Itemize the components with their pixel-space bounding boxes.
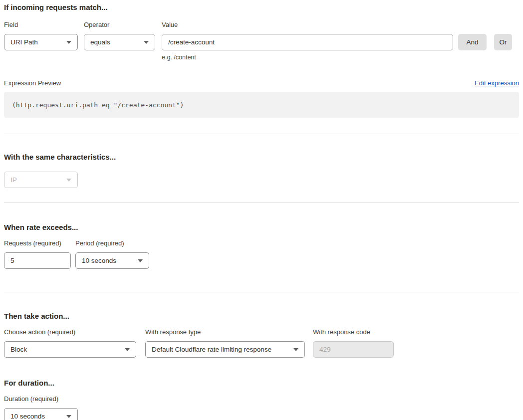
period-column: Period (required) 10 seconds <box>75 240 149 269</box>
duration-label: Duration (required) <box>4 396 78 403</box>
choose-action-label: Choose action (required) <box>4 329 136 336</box>
duration-dropdown-value: 10 seconds <box>10 413 45 420</box>
expression-preview-label: Expression Preview <box>4 79 61 87</box>
choose-action-column: Choose action (required) Block <box>4 329 136 358</box>
response-code-input <box>313 341 394 358</box>
value-input[interactable] <box>162 34 453 50</box>
or-button[interactable]: Or <box>494 34 512 50</box>
characteristic-dropdown: IP <box>4 172 78 188</box>
chevron-down-icon <box>293 348 298 351</box>
chevron-down-icon <box>66 415 71 418</box>
choose-action-dropdown-value: Block <box>10 346 27 353</box>
operator-label: Operator <box>84 21 155 28</box>
section-heading-rate: When rate exceeds... <box>4 223 519 232</box>
field-column: Field URI Path <box>4 21 78 50</box>
and-button[interactable]: And <box>458 34 487 50</box>
period-dropdown[interactable]: 10 seconds <box>75 252 149 269</box>
section-same-characteristics: With the same characteristics... IP <box>4 153 519 188</box>
period-dropdown-value: 10 seconds <box>82 257 116 264</box>
operator-dropdown-value: equals <box>90 38 110 46</box>
field-label: Field <box>4 21 78 28</box>
section-incoming-requests-match: If incoming requests match... Field URI … <box>4 3 519 118</box>
requests-label: Requests (required) <box>4 240 71 247</box>
section-divider <box>4 203 519 203</box>
response-type-column: With response type Default Cloudflare ra… <box>145 329 305 358</box>
response-code-column: With response code <box>313 329 394 358</box>
expression-preview-code: (http.request.uri.path eq "/create-accou… <box>4 92 519 118</box>
response-type-dropdown[interactable]: Default Cloudflare rate limiting respons… <box>145 341 305 358</box>
field-dropdown[interactable]: URI Path <box>4 34 78 50</box>
operator-dropdown[interactable]: equals <box>84 34 155 50</box>
rate-limiting-rule-form: If incoming requests match... Field URI … <box>0 0 523 420</box>
chevron-down-icon <box>125 348 130 351</box>
section-rate-exceeds: When rate exceeds... Requests (required)… <box>4 223 519 269</box>
choose-action-dropdown[interactable]: Block <box>4 341 136 358</box>
rate-row: Requests (required) Period (required) 10… <box>4 240 519 269</box>
section-heading-characteristics: With the same characteristics... <box>4 153 519 162</box>
value-helper-text: e.g. /content <box>162 54 453 61</box>
requests-column: Requests (required) <box>4 240 71 269</box>
edit-expression-link[interactable]: Edit expression <box>475 79 519 87</box>
requests-input[interactable] <box>4 252 71 269</box>
chevron-down-icon <box>66 179 71 182</box>
response-code-label: With response code <box>313 329 394 336</box>
response-type-dropdown-value: Default Cloudflare rate limiting respons… <box>152 346 271 353</box>
section-for-duration: For duration... Duration (required) 10 s… <box>4 379 519 420</box>
period-label: Period (required) <box>75 240 149 247</box>
match-condition-row: Field URI Path Operator equals Value e.g… <box>4 21 519 61</box>
duration-dropdown[interactable]: 10 seconds <box>4 408 78 420</box>
response-type-label: With response type <box>145 329 305 336</box>
action-row: Choose action (required) Block With resp… <box>4 329 519 358</box>
section-heading-duration: For duration... <box>4 379 519 388</box>
duration-column: Duration (required) 10 seconds <box>4 396 78 420</box>
section-heading-action: Then take action... <box>4 312 519 321</box>
section-take-action: Then take action... Choose action (requi… <box>4 312 519 358</box>
expression-preview-header: Expression Preview Edit expression <box>4 79 519 87</box>
chevron-down-icon <box>66 41 71 44</box>
operator-column: Operator equals <box>84 21 155 50</box>
section-divider <box>4 134 519 134</box>
chevron-down-icon <box>144 41 149 44</box>
field-dropdown-value: URI Path <box>10 38 38 46</box>
value-column: Value e.g. /content <box>162 21 453 61</box>
chevron-down-icon <box>138 259 143 262</box>
characteristic-dropdown-value: IP <box>10 176 17 184</box>
value-label: Value <box>162 21 453 28</box>
section-heading-match: If incoming requests match... <box>4 3 519 12</box>
section-divider <box>4 292 519 292</box>
